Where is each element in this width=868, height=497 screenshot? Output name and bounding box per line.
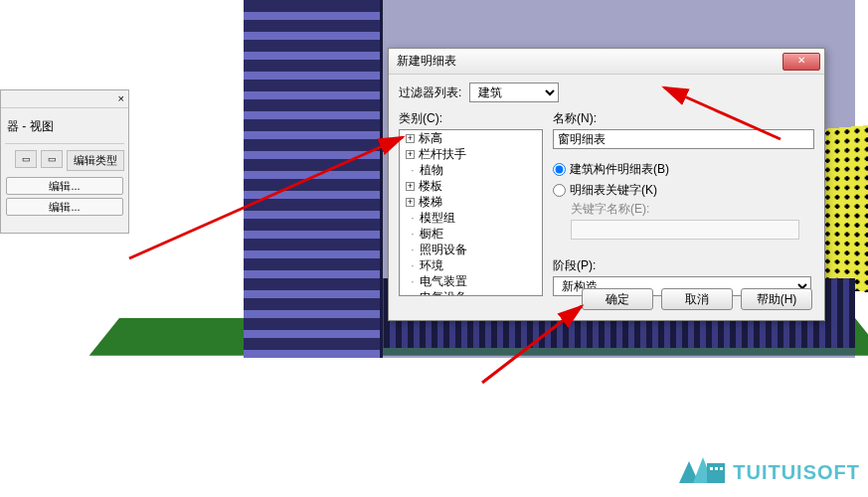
ok-button[interactable]: 确定 [582, 288, 653, 310]
category-label-text: 照明设备 [420, 243, 467, 256]
radio-keyword-input[interactable] [553, 184, 566, 197]
svg-rect-6 [720, 467, 723, 470]
edit-button-1[interactable]: 编辑... [6, 177, 123, 195]
edit-type-button[interactable]: 编辑类型 [67, 150, 124, 171]
panel-header: × [1, 90, 128, 108]
category-listbox[interactable]: +标高+栏杆扶手·植物+楼板+楼梯·模型组·橱柜·照明设备·环境·电气装置·电气… [399, 129, 543, 296]
phase-label: 阶段(P): [553, 257, 814, 274]
category-label-text: 标高 [419, 131, 442, 145]
tree-expand-icon[interactable]: + [406, 198, 415, 207]
category-item[interactable]: ·植物 [400, 162, 542, 178]
edit-button-2[interactable]: 编辑... [6, 198, 123, 216]
filter-list-select[interactable]: 建筑 [469, 83, 559, 102]
category-item[interactable]: +楼板 [400, 178, 542, 194]
category-label-text: 栏杆扶手 [419, 147, 466, 161]
watermark-icon [677, 453, 727, 491]
keyword-name-label: 关键字名称(E): [553, 201, 814, 218]
building-tower [244, 0, 383, 358]
category-item[interactable]: ·照明设备 [400, 242, 542, 257]
filter-label: 过滤器列表: [399, 84, 461, 101]
help-button[interactable]: 帮助(H) [741, 288, 812, 310]
category-item[interactable]: +标高 [400, 130, 542, 146]
radio-building-input[interactable] [553, 163, 566, 176]
tree-leaf-icon: · [406, 258, 420, 272]
tree-leaf-icon: · [406, 163, 420, 177]
category-label-text: 模型组 [420, 211, 455, 225]
category-item[interactable]: ·橱柜 [400, 226, 542, 242]
watermark-text: TUITUISOFT [733, 461, 860, 484]
dialog-title: 新建明细表 [397, 53, 456, 70]
keyword-name-input [571, 220, 799, 240]
dialog-close-button[interactable]: ✕ [782, 53, 820, 71]
icon-btn-1[interactable]: ▭ [15, 150, 37, 168]
category-item[interactable]: ·模型组 [400, 210, 542, 226]
category-label: 类别(C): [399, 110, 543, 127]
category-label-text: 电气设备 [420, 290, 467, 296]
icon-btn-2[interactable]: ▭ [41, 150, 63, 168]
category-label-text: 电气装置 [420, 274, 467, 288]
tree-leaf-icon: · [406, 243, 420, 256]
name-label: 名称(N): [553, 110, 814, 127]
radio-keyword-schedule[interactable]: 明细表关键字(K) [553, 180, 814, 201]
panel-title: 器 - 视图 [5, 114, 124, 144]
category-label-text: 楼梯 [419, 195, 442, 209]
category-item[interactable]: +栏杆扶手 [400, 146, 542, 162]
svg-rect-4 [710, 467, 713, 470]
category-item[interactable]: ·环境 [400, 257, 542, 273]
close-icon[interactable]: × [118, 92, 124, 104]
tree-leaf-icon: · [406, 227, 420, 241]
tree-expand-icon[interactable]: + [406, 150, 415, 159]
watermark: TUITUISOFT [677, 453, 860, 491]
tree-expand-icon[interactable]: + [406, 182, 415, 191]
tree-leaf-icon: · [406, 290, 420, 296]
svg-rect-5 [715, 467, 718, 470]
category-label-text: 楼板 [419, 179, 442, 193]
new-schedule-dialog: 新建明细表 ✕ 过滤器列表: 建筑 类别(C): +标高+栏杆扶手·植物+楼板+… [388, 48, 825, 321]
category-item[interactable]: ·电气设备 [400, 289, 542, 296]
schedule-name-input[interactable] [553, 129, 814, 149]
category-label-text: 环境 [420, 258, 443, 272]
dialog-titlebar[interactable]: 新建明细表 ✕ [389, 49, 824, 75]
properties-panel: × 器 - 视图 ▭ ▭ 编辑类型 编辑... 编辑... [0, 89, 129, 234]
cancel-button[interactable]: 取消 [661, 288, 733, 310]
tree-expand-icon[interactable]: + [406, 134, 415, 143]
category-label-text: 橱柜 [420, 227, 443, 241]
category-item[interactable]: +楼梯 [400, 194, 542, 210]
category-label-text: 植物 [420, 163, 443, 177]
tree-leaf-icon: · [406, 274, 420, 288]
tree-leaf-icon: · [406, 211, 420, 225]
svg-rect-3 [707, 463, 725, 483]
category-item[interactable]: ·电气装置 [400, 273, 542, 289]
radio-building-schedule[interactable]: 建筑构件明细表(B) [553, 159, 814, 180]
